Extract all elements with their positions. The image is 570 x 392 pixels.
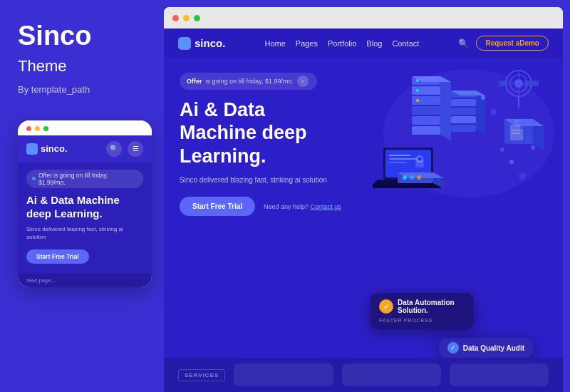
nav-pages[interactable]: Pages	[296, 39, 318, 48]
quality-title: Data Quality Audit	[463, 344, 524, 352]
mobile-subtext: Sinco delivered blazing fast, striking a…	[26, 225, 143, 241]
browser-dot-red	[172, 15, 179, 21]
site-hero: Offer is going on till friday, $1.99/mo.…	[164, 58, 563, 358]
svg-point-47	[410, 175, 414, 180]
svg-rect-33	[524, 81, 539, 86]
site-nav-links: Home Pages Portfolio Blog Contact	[264, 39, 419, 48]
hero-offer-badge: Offer is going on till friday, $1.99/mo.…	[180, 73, 317, 90]
brand-sub: Theme	[18, 57, 146, 76]
nav-portfolio[interactable]: Portfolio	[328, 39, 356, 48]
quality-card: ✓ Data Quality Audit	[439, 338, 533, 358]
automation-title: Data Automation Solution.	[398, 299, 465, 314]
left-panel: Sinco Theme By template_path sinco. 🔍 ☰ …	[0, 0, 164, 392]
automation-check-icon: ✓	[379, 299, 393, 314]
svg-point-9	[416, 79, 419, 82]
mobile-dot-red	[26, 126, 31, 131]
mobile-start-btn[interactable]: Start Free Trial	[26, 249, 89, 264]
site-nav-right: 🔍 Request aDemo	[458, 36, 549, 51]
site-logo-icon	[178, 37, 191, 50]
services-label: SERVICES	[178, 369, 225, 381]
svg-point-46	[403, 175, 407, 180]
offer-dot	[32, 177, 36, 180]
request-demo-button[interactable]: Request aDemo	[476, 36, 549, 51]
by-line: By template_path	[18, 84, 146, 95]
nav-home[interactable]: Home	[264, 39, 285, 48]
svg-rect-13	[451, 99, 476, 106]
right-panel: sinco. Home Pages Portfolio Blog Contact…	[164, 7, 563, 392]
browser-dot-yellow	[183, 15, 190, 21]
svg-marker-7	[440, 76, 451, 140]
mobile-footer-text: Next page...	[26, 277, 55, 284]
offer-subtext: is going on till friday, $1.99/mo.	[206, 78, 294, 85]
mobile-logo-icon	[26, 143, 38, 155]
contact-link[interactable]: Contact us	[311, 203, 341, 210]
svg-rect-24	[389, 158, 418, 160]
svg-rect-22	[373, 185, 444, 188]
hero-right: ✓ Data Automation Solution. FASTER PROCE…	[363, 69, 547, 358]
mobile-search-icon[interactable]: 🔍	[106, 141, 122, 157]
mobile-offer-badge: Offer is going on till friday, $1.99/mo.	[26, 170, 143, 188]
hero-actions: Start Free Trial Need any help? Contact …	[180, 197, 363, 216]
decor-dot-2	[527, 137, 529, 140]
service-card-3	[450, 363, 549, 386]
mobile-dot-green	[43, 126, 48, 131]
offer-label: Offer	[187, 78, 202, 85]
mobile-nav-icons: 🔍 ☰	[106, 141, 143, 157]
need-help-label: Need any help?	[264, 203, 309, 210]
hero-title: Ai & DataMachine deepLearning.	[180, 98, 363, 167]
browser-dot-green	[194, 15, 200, 21]
browser-bar	[164, 7, 563, 29]
svg-rect-6	[412, 126, 440, 135]
mobile-dot-yellow	[35, 126, 40, 131]
svg-rect-16	[451, 125, 476, 132]
mobile-nav: sinco. 🔍 ☰	[18, 135, 152, 163]
mobile-top-bar	[18, 120, 152, 135]
svg-rect-25	[389, 162, 407, 163]
site-content: sinco. Home Pages Portfolio Blog Contact…	[164, 29, 563, 392]
automation-card: ✓ Data Automation Solution. FASTER PROCE…	[370, 293, 474, 329]
mobile-menu-icon[interactable]: ☰	[128, 141, 143, 157]
svg-point-52	[519, 172, 526, 180]
service-card-1	[234, 363, 333, 386]
need-help-text: Need any help? Contact us	[264, 203, 341, 210]
offer-arrow-icon: ›	[297, 76, 309, 87]
mobile-logo-text: sinco.	[41, 143, 68, 154]
mobile-preview: sinco. 🔍 ☰ Offer is going on till friday…	[18, 120, 152, 287]
svg-point-48	[417, 175, 421, 180]
hero-illustration	[341, 62, 554, 219]
svg-rect-4	[412, 106, 440, 115]
hero-left: Offer is going on till friday, $1.99/mo.…	[180, 69, 363, 358]
brand-name: Sinco	[18, 21, 146, 51]
site-nav: sinco. Home Pages Portfolio Blog Contact…	[164, 29, 563, 58]
svg-rect-34	[499, 81, 506, 86]
automation-sub: FASTER PROCESS	[379, 317, 465, 324]
hero-subtitle: Sinco delivered blazing fast, striking a…	[180, 175, 363, 185]
start-free-button[interactable]: Start Free Trial	[180, 197, 255, 216]
service-card-2	[342, 363, 441, 386]
svg-rect-5	[412, 116, 440, 125]
svg-marker-40	[520, 125, 523, 129]
svg-rect-15	[451, 116, 476, 123]
svg-point-10	[416, 89, 419, 92]
quality-check-icon: ✓	[447, 342, 459, 354]
svg-point-49	[481, 96, 485, 100]
svg-point-53	[531, 145, 535, 150]
services-strip: SERVICES	[164, 358, 563, 392]
automation-card-header: ✓ Data Automation Solution.	[379, 299, 465, 314]
svg-point-51	[509, 160, 514, 164]
decor-dot-1	[515, 119, 519, 123]
decor-dot-3	[500, 148, 504, 152]
mobile-content: Offer is going on till friday, $1.99/mo.…	[18, 163, 152, 274]
mobile-footer-strip: Next page...	[18, 274, 152, 287]
site-search-icon[interactable]: 🔍	[458, 38, 469, 48]
svg-point-50	[491, 109, 497, 115]
site-logo-text: sinco.	[195, 37, 225, 49]
svg-rect-14	[451, 108, 476, 115]
nav-contact[interactable]: Contact	[392, 39, 419, 48]
mobile-logo: sinco.	[26, 143, 68, 155]
mobile-offer-text: Offer is going on till friday, $1.99/mo.	[38, 172, 136, 186]
svg-rect-23	[389, 155, 410, 156]
svg-point-11	[416, 99, 419, 102]
nav-blog[interactable]: Blog	[366, 39, 382, 48]
mobile-heading: Ai & Data Machine deep Learning.	[26, 194, 143, 221]
